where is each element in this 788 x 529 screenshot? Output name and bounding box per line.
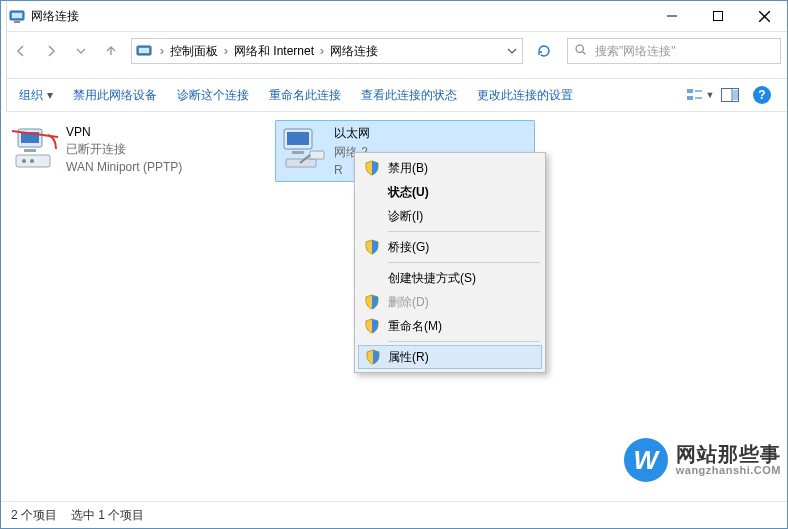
organize-button[interactable]: 组织 ▾ xyxy=(9,79,63,111)
title-bar: 网络连接 xyxy=(1,1,787,32)
svg-rect-2 xyxy=(14,21,20,23)
breadcrumb[interactable]: 网络连接 xyxy=(326,43,382,60)
context-menu-label: 诊断(I) xyxy=(388,208,423,225)
shield-icon xyxy=(365,349,381,365)
address-dropdown[interactable] xyxy=(502,46,522,56)
forward-button[interactable] xyxy=(37,37,65,65)
svg-rect-20 xyxy=(24,149,36,152)
svg-point-9 xyxy=(576,45,583,52)
network-device: WAN Miniport (PPTP) xyxy=(66,160,182,174)
preview-pane-button[interactable] xyxy=(715,81,745,109)
recent-dropdown[interactable] xyxy=(67,37,95,65)
chevron-down-icon: ▾ xyxy=(47,88,53,102)
context-menu-label: 属性(R) xyxy=(388,349,429,366)
search-box[interactable] xyxy=(567,38,781,64)
context-menu-label: 删除(D) xyxy=(388,294,429,311)
context-menu-item[interactable]: 属性(R) xyxy=(358,345,542,369)
context-menu-item: 删除(D) xyxy=(358,290,542,314)
context-menu-item[interactable]: 诊断(I) xyxy=(358,204,542,228)
context-menu-label: 桥接(G) xyxy=(388,239,429,256)
nav-bar: › 控制面板 › 网络和 Internet › 网络连接 xyxy=(1,32,787,70)
network-icon xyxy=(12,125,60,173)
context-menu: 禁用(B)状态(U)诊断(I)桥接(G)创建快捷方式(S)删除(D)重命名(M)… xyxy=(354,152,546,373)
status-count: 2 个项目 xyxy=(11,507,57,524)
shield-icon xyxy=(364,294,380,310)
watermark-cn: 网站那些事 xyxy=(676,444,781,465)
disable-device-button[interactable]: 禁用此网络设备 xyxy=(63,79,167,111)
view-options-button[interactable]: ▼ xyxy=(685,81,715,109)
context-menu-label: 状态(U) xyxy=(388,184,429,201)
network-status: 已断开连接 xyxy=(66,141,182,158)
watermark-en: wangzhanshi.COM xyxy=(676,465,781,477)
svg-rect-1 xyxy=(12,13,22,18)
close-button[interactable] xyxy=(741,1,787,31)
status-bar: 2 个项目 选中 1 个项目 xyxy=(1,501,787,528)
minimize-button[interactable] xyxy=(649,1,695,31)
svg-line-10 xyxy=(583,52,586,55)
svg-rect-8 xyxy=(139,48,149,53)
breadcrumb[interactable]: 网络和 Internet xyxy=(230,43,318,60)
chevron-right-icon[interactable]: › xyxy=(222,44,230,58)
command-bar: 组织 ▾ 禁用此网络设备 诊断这个连接 重命名此连接 查看此连接的状态 更改此连… xyxy=(1,78,787,112)
help-button[interactable]: ? xyxy=(753,86,771,104)
svg-rect-12 xyxy=(687,96,693,100)
svg-point-23 xyxy=(30,159,34,163)
change-settings-button[interactable]: 更改此连接的设置 xyxy=(467,79,583,111)
back-button[interactable] xyxy=(7,37,35,65)
menu-separator xyxy=(388,231,540,232)
svg-rect-17 xyxy=(733,90,738,100)
diagnose-button[interactable]: 诊断这个连接 xyxy=(167,79,259,111)
view-status-button[interactable]: 查看此连接的状态 xyxy=(351,79,467,111)
chevron-right-icon[interactable]: › xyxy=(318,44,326,58)
watermark: W 网站那些事 wangzhanshi.COM xyxy=(624,438,781,482)
svg-rect-11 xyxy=(687,89,693,93)
shield-icon xyxy=(364,160,380,176)
content-area: VPN已断开连接WAN Miniport (PPTP)以太网网络 2R 禁用(B… xyxy=(1,112,787,504)
context-menu-label: 禁用(B) xyxy=(388,160,428,177)
status-selected: 选中 1 个项目 xyxy=(71,507,144,524)
context-menu-item[interactable]: 重命名(M) xyxy=(358,314,542,338)
menu-separator xyxy=(388,262,540,263)
breadcrumb[interactable]: 控制面板 xyxy=(166,43,222,60)
context-menu-item[interactable]: 创建快捷方式(S) xyxy=(358,266,542,290)
svg-rect-27 xyxy=(292,151,304,154)
svg-rect-29 xyxy=(310,151,324,159)
shield-icon xyxy=(364,318,380,334)
maximize-button[interactable] xyxy=(695,1,741,31)
network-icon xyxy=(280,125,328,173)
svg-rect-26 xyxy=(287,132,309,145)
app-icon xyxy=(9,8,25,24)
refresh-button[interactable] xyxy=(529,38,559,64)
organize-label: 组织 xyxy=(19,87,43,104)
menu-separator xyxy=(388,341,540,342)
watermark-badge: W xyxy=(624,438,668,482)
address-bar[interactable]: › 控制面板 › 网络和 Internet › 网络连接 xyxy=(131,38,523,64)
up-button[interactable] xyxy=(97,37,125,65)
search-icon xyxy=(574,43,587,59)
search-input[interactable] xyxy=(593,43,774,59)
window-title: 网络连接 xyxy=(31,8,79,25)
context-menu-label: 重命名(M) xyxy=(388,318,442,335)
context-menu-item[interactable]: 禁用(B) xyxy=(358,156,542,180)
context-menu-item[interactable]: 状态(U) xyxy=(358,180,542,204)
network-name: 以太网 xyxy=(334,125,370,142)
network-item-vpn[interactable]: VPN已断开连接WAN Miniport (PPTP) xyxy=(7,120,267,179)
context-menu-item[interactable]: 桥接(G) xyxy=(358,235,542,259)
rename-button[interactable]: 重命名此连接 xyxy=(259,79,351,111)
shield-icon xyxy=(364,239,380,255)
context-menu-label: 创建快捷方式(S) xyxy=(388,270,476,287)
location-icon xyxy=(136,43,152,59)
svg-point-22 xyxy=(22,159,26,163)
network-name: VPN xyxy=(66,125,182,139)
chevron-right-icon[interactable]: › xyxy=(158,44,166,58)
svg-rect-4 xyxy=(714,12,723,21)
